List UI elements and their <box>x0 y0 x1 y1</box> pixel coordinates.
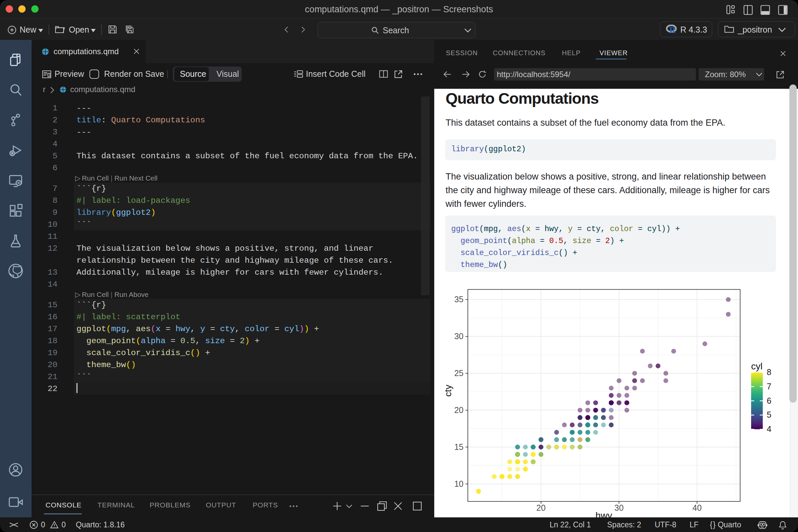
svg-text:35: 35 <box>454 294 463 304</box>
svg-text:7: 7 <box>767 382 772 391</box>
svg-text:cyl: cyl <box>751 361 762 372</box>
svg-text:8: 8 <box>767 367 772 377</box>
svg-text:4: 4 <box>767 424 772 434</box>
svg-text:30: 30 <box>454 331 463 341</box>
svg-text:hwy: hwy <box>595 510 612 517</box>
svg-text:30: 30 <box>614 503 624 512</box>
svg-text:cty: cty <box>443 385 453 397</box>
svg-text:10: 10 <box>454 479 463 489</box>
svg-text:6: 6 <box>767 396 772 405</box>
svg-text:R: R <box>669 25 676 34</box>
svg-text:20: 20 <box>536 503 546 512</box>
svg-text:40: 40 <box>692 503 702 512</box>
svg-text:5: 5 <box>767 410 772 419</box>
svg-text:20: 20 <box>454 405 463 415</box>
svg-text:15: 15 <box>454 442 463 452</box>
svg-text:25: 25 <box>454 368 463 378</box>
